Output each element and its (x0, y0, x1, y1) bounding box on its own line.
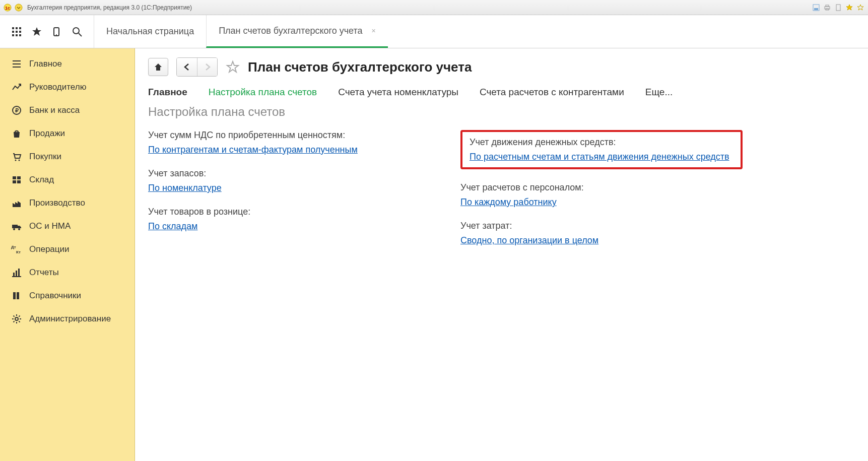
subnav-settings[interactable]: Настройка плана счетов (209, 87, 317, 98)
svg-rect-38 (13, 273, 15, 277)
sidebar-item-manager[interactable]: Руководителю (0, 76, 135, 99)
setting-link-nds[interactable]: По контрагентам и счетам-фактурам получе… (148, 145, 358, 155)
setting-label: Учет затрат: (460, 221, 743, 231)
save-layout-icon[interactable] (812, 3, 821, 12)
svg-rect-17 (19, 34, 21, 36)
favorite-star-icon[interactable] (845, 3, 854, 12)
svg-rect-15 (12, 34, 14, 36)
sidebar-item-production[interactable]: Производство (0, 191, 135, 215)
history-star-icon[interactable] (856, 3, 865, 12)
sidebar-item-operations[interactable]: ДтКт Операции (0, 238, 135, 261)
search-icon[interactable] (70, 24, 85, 39)
sidebar: Главное Руководителю ₽ Банк и касса Прод… (0, 48, 135, 461)
svg-rect-4 (814, 8, 818, 10)
sidebar-item-label: Руководителю (29, 82, 86, 92)
app-1c-icon: 1c (3, 3, 12, 12)
svg-rect-14 (19, 31, 21, 33)
setting-label: Учет сумм НДС по приобретенным ценностям… (148, 130, 430, 141)
svg-rect-43 (17, 292, 19, 299)
setting-link-personnel[interactable]: По каждому работнику (460, 197, 557, 207)
svg-rect-39 (16, 271, 17, 277)
tab-chart-of-accounts[interactable]: План счетов бухгалтерского учета × (206, 15, 388, 48)
favorites-star-icon[interactable] (29, 24, 44, 39)
tab-start-page[interactable]: Начальная страница (94, 15, 206, 48)
sidebar-item-main[interactable]: Главное (0, 52, 135, 76)
boxes-icon (11, 174, 22, 185)
favorite-toggle-icon[interactable] (226, 60, 240, 74)
nav-back-forward (176, 57, 218, 77)
dropdown-icon[interactable] (14, 3, 23, 12)
bars-icon (11, 267, 22, 278)
sidebar-item-purchases[interactable]: Покупки (0, 145, 135, 168)
svg-point-2 (15, 4, 22, 11)
svg-line-21 (79, 33, 82, 36)
window-controls (812, 3, 865, 12)
svg-rect-8 (836, 5, 840, 11)
subnav-main[interactable]: Главное (148, 87, 187, 98)
sidebar-item-warehouse[interactable]: Склад (0, 168, 135, 191)
sidebar-item-assets[interactable]: ОС и НМА (0, 215, 135, 238)
svg-point-44 (15, 317, 18, 320)
settings-columns: Учет сумм НДС по приобретенным ценностям… (148, 130, 855, 246)
back-button[interactable] (177, 58, 197, 76)
svg-point-35 (18, 228, 20, 230)
page-subnav: Главное Настройка плана счетов Счета уче… (148, 87, 855, 98)
svg-rect-33 (12, 225, 18, 228)
svg-point-27 (15, 160, 17, 161)
sidebar-item-directories[interactable]: Справочники (0, 284, 135, 307)
subnav-more[interactable]: Еще... (645, 87, 673, 98)
tab-label: Начальная страница (106, 26, 194, 37)
sidebar-item-label: Справочники (29, 291, 81, 301)
svg-rect-30 (17, 176, 21, 179)
svg-rect-42 (13, 292, 16, 299)
settings-col-right: Учет движения денежных средств: По расче… (460, 130, 743, 246)
setting-link-costs[interactable]: Сводно, по организации в целом (460, 235, 598, 245)
subnav-nomenclature[interactable]: Счета учета номенклатуры (338, 87, 458, 98)
setting-block-nds: Учет сумм НДС по приобретенным ценностям… (148, 130, 430, 155)
sidebar-item-label: Операции (29, 244, 70, 254)
window-titlebar: 1c Бухгалтерия предприятия, редакция 3.0… (0, 0, 868, 15)
page-title: План счетов бухгалтерского учета (248, 59, 472, 75)
apps-grid-icon[interactable] (9, 24, 24, 39)
sidebar-item-sales[interactable]: Продажи (0, 122, 135, 145)
svg-rect-40 (18, 269, 20, 277)
svg-text:₽: ₽ (15, 107, 19, 113)
subnav-counterparties[interactable]: Счета расчетов с контрагентами (480, 87, 624, 98)
sidebar-item-label: ОС и НМА (29, 221, 71, 231)
dtkt-icon: ДтКт (11, 244, 22, 255)
setting-link-retail[interactable]: По складам (148, 221, 197, 231)
sidebar-item-reports[interactable]: Отчеты (0, 261, 135, 284)
svg-text:Дт: Дт (11, 245, 16, 249)
toolbar-row: Начальная страница План счетов бухгалтер… (0, 15, 868, 48)
svg-point-19 (56, 34, 57, 35)
sidebar-item-admin[interactable]: Администрирование (0, 307, 135, 331)
chart-line-icon (11, 82, 22, 93)
svg-text:1c: 1c (5, 6, 10, 11)
sidebar-item-label: Отчеты (29, 268, 59, 278)
sidebar-item-label: Продажи (29, 128, 65, 139)
print-icon[interactable] (823, 3, 832, 12)
setting-block-cashflow-highlighted: Учет движения денежных средств: По расче… (460, 130, 743, 169)
setting-block-personnel: Учет расчетов с персоналом: По каждому р… (460, 182, 743, 208)
setting-link-cashflow[interactable]: По расчетным счетам и статьям движения д… (470, 152, 729, 162)
forward-button[interactable] (197, 58, 217, 76)
setting-block-costs: Учет затрат: Сводно, по организации в це… (460, 221, 743, 246)
sidebar-item-label: Главное (29, 59, 62, 69)
sidebar-item-label: Администрирование (29, 314, 111, 324)
document-icon[interactable] (834, 3, 843, 12)
tabs: Начальная страница План счетов бухгалтер… (94, 15, 388, 48)
sidebar-item-label: Склад (29, 175, 54, 185)
svg-line-50 (19, 321, 20, 322)
history-icon[interactable] (49, 24, 64, 39)
cart-icon (11, 151, 22, 162)
svg-line-51 (14, 321, 15, 322)
svg-line-49 (14, 316, 15, 317)
setting-link-stock[interactable]: По номенклатуре (148, 183, 222, 193)
sidebar-item-bank[interactable]: ₽ Банк и касса (0, 99, 135, 122)
setting-label: Учет товаров в рознице: (148, 207, 430, 217)
svg-rect-31 (13, 180, 16, 183)
home-button[interactable] (148, 58, 168, 76)
svg-rect-13 (16, 31, 18, 33)
gear-icon (11, 313, 22, 324)
close-icon[interactable]: × (372, 27, 376, 35)
